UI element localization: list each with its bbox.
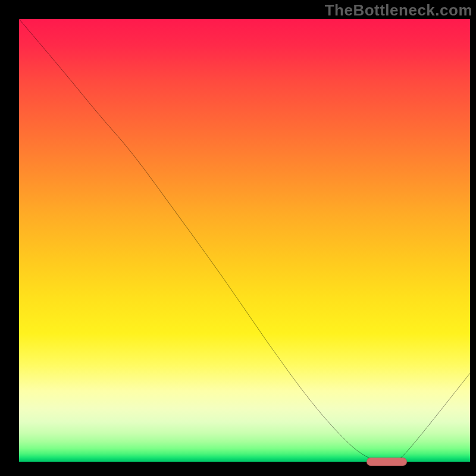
- plot-area: [19, 19, 470, 462]
- optimal-range-marker: [367, 458, 407, 466]
- watermark-text: TheBottleneck.com: [325, 1, 472, 20]
- bottleneck-curve: [19, 19, 470, 462]
- chart-frame: TheBottleneck.com: [0, 0, 476, 476]
